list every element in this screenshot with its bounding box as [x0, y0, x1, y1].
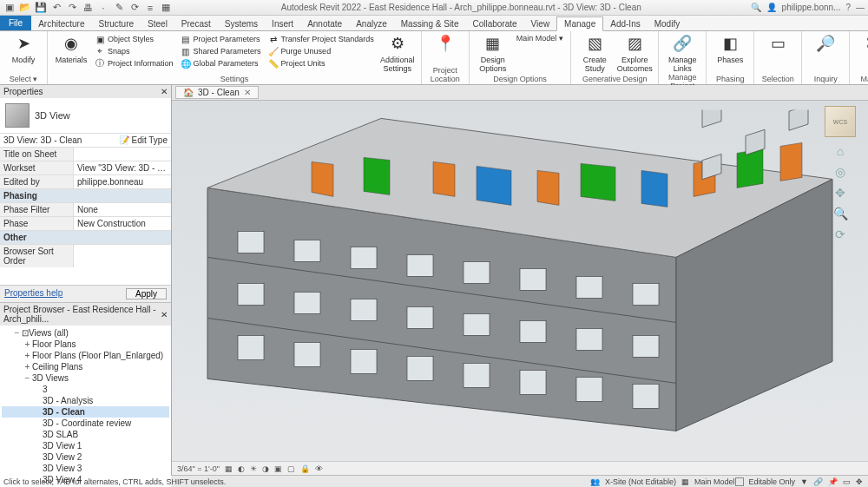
tab-structure[interactable]: Structure	[91, 17, 141, 30]
qat-icon[interactable]: ≡	[144, 2, 156, 14]
sun-icon[interactable]: ☀	[250, 464, 257, 473]
explore-outcomes-button[interactable]: ▨Explore Outcomes	[616, 33, 653, 73]
edit-type-button[interactable]: 📝 Edit Type	[119, 135, 168, 145]
project-params-button[interactable]: ▤Project Parameters	[179, 33, 263, 45]
main-model-status[interactable]: Main Model	[694, 477, 735, 486]
orbit-icon[interactable]: ⟳	[832, 227, 848, 243]
user-icon[interactable]: 👤	[766, 3, 777, 12]
save-icon[interactable]: 💾	[35, 2, 47, 14]
editable-only-checkbox[interactable]	[735, 477, 744, 486]
qat-icon[interactable]: ▦	[160, 2, 172, 14]
tab-manage[interactable]: Manage	[556, 16, 603, 31]
zoom-icon[interactable]: 🔍	[832, 207, 848, 222]
tab-annotate[interactable]: Annotate	[300, 17, 349, 30]
select-pinned-icon[interactable]: 📌	[828, 477, 838, 486]
crop-region-icon[interactable]: ▢	[287, 464, 295, 473]
tree-item[interactable]: +Ceiling Plans	[2, 361, 169, 372]
close-icon[interactable]: ✕	[161, 87, 168, 96]
tab-architecture[interactable]: Architecture	[31, 17, 91, 30]
tree-root[interactable]: −⊡ Views (all)	[2, 327, 169, 339]
tree-item[interactable]: 3D - Analysis	[2, 395, 169, 406]
main-model-select[interactable]: Main Model ▾	[515, 33, 566, 43]
tab-modify[interactable]: Modify	[648, 17, 687, 30]
tab-steel[interactable]: Steel	[141, 17, 174, 30]
additional-settings-button[interactable]: ⚙Additional Settings	[379, 33, 416, 73]
units-button[interactable]: 📏Project Units	[266, 57, 376, 69]
design-options-button[interactable]: ▦Design Options	[475, 33, 511, 73]
detail-level-icon[interactable]: ▦	[225, 464, 233, 473]
filter-icon[interactable]: ▼	[800, 477, 808, 486]
active-workset[interactable]: X-Site (Not Editable)	[605, 477, 676, 486]
tab-collaborate[interactable]: Collaborate	[465, 17, 523, 30]
view-cube[interactable]: WCS	[825, 106, 856, 137]
crop-icon[interactable]: ▣	[274, 464, 282, 473]
tree-item[interactable]: 3D SLAB	[2, 429, 169, 440]
tree-item[interactable]: +Floor Plans (Floor Plan_Enlarged)	[2, 350, 169, 361]
phases-button[interactable]: ◧Phases	[712, 33, 748, 64]
purge-button[interactable]: 🧹Purge Unused	[266, 45, 376, 57]
tab-analyze[interactable]: Analyze	[349, 17, 394, 30]
qat-icon[interactable]: ⟳	[128, 2, 141, 14]
modify-button[interactable]: ➤Modify	[5, 33, 42, 64]
tab-precast[interactable]: Precast	[174, 17, 218, 30]
steering-wheel-icon[interactable]: ◎	[832, 165, 848, 181]
scale-selector[interactable]: 3/64" = 1'-0"	[177, 464, 220, 473]
materials-button[interactable]: ◉Materials	[53, 33, 89, 64]
manage-links-button[interactable]: 🔗Manage Links	[664, 33, 700, 73]
select-links-icon[interactable]: 🔗	[813, 477, 823, 486]
global-params-button[interactable]: 🌐Global Parameters	[179, 57, 263, 69]
apply-button[interactable]: Apply	[126, 288, 167, 299]
select-face-icon[interactable]: ▭	[843, 477, 851, 486]
tree-item[interactable]: 3	[2, 384, 169, 395]
shadows-icon[interactable]: ◑	[262, 464, 269, 473]
print-icon[interactable]: 🖶	[82, 2, 94, 14]
view-type-label[interactable]: 3D View	[35, 110, 70, 121]
help-icon[interactable]: ?	[845, 3, 851, 12]
group-select[interactable]: Select ▾	[5, 75, 42, 84]
close-icon[interactable]: ✕	[161, 310, 168, 319]
search-icon[interactable]: 🔍	[751, 3, 761, 12]
tree-item[interactable]: +Floor Plans	[2, 339, 169, 350]
create-study-button[interactable]: ▧Create Study	[576, 33, 613, 73]
home-icon[interactable]: ⌂	[832, 144, 848, 160]
selection-button[interactable]: ▭	[760, 33, 796, 54]
model-icon[interactable]: ▦	[681, 477, 689, 486]
user-name[interactable]: philippe.bonn...	[782, 3, 841, 12]
3d-viewport[interactable]: WCS ⌂ ◎ ✥ 🔍 ⟳	[172, 101, 868, 461]
tree-item[interactable]: 3D - Coordinate review	[2, 418, 169, 429]
reveal-icon[interactable]: 👁	[315, 464, 323, 473]
undo-icon[interactable]: ↶	[50, 2, 62, 14]
lock-icon[interactable]: 🔒	[300, 464, 310, 473]
tree-item[interactable]: 3D View 1	[2, 440, 169, 451]
revit-icon[interactable]: ▣	[3, 2, 16, 14]
tab-file[interactable]: File	[0, 16, 31, 30]
tree-item[interactable]: −3D Views	[2, 372, 169, 384]
workset-icon[interactable]: 👥	[590, 477, 600, 486]
redo-icon[interactable]: ↷	[66, 2, 78, 14]
view-tab-3d-clean[interactable]: 🏠 3D - Clean ✕	[175, 86, 259, 99]
qat-icon[interactable]: ✎	[113, 2, 125, 14]
tree-item[interactable]: 3D - Clean	[2, 406, 169, 418]
macros-button[interactable]: ⌘	[855, 33, 868, 54]
properties-help-link[interactable]: Properties help	[4, 288, 62, 299]
tab-massing[interactable]: Massing & Site	[394, 17, 466, 30]
project-browser-tree[interactable]: −⊡ Views (all) +Floor Plans+Floor Plans …	[0, 326, 171, 487]
shared-params-button[interactable]: ▥Shared Parameters	[179, 45, 263, 57]
tab-view[interactable]: View	[524, 17, 557, 30]
pan-icon[interactable]: ✥	[832, 186, 848, 201]
open-icon[interactable]: 📂	[19, 2, 31, 14]
instance-selector[interactable]: 3D View: 3D - Clean	[3, 135, 82, 145]
visual-style-icon[interactable]: ◐	[238, 464, 245, 473]
tab-addins[interactable]: Add-Ins	[603, 17, 647, 30]
tree-item[interactable]: 3D View 3	[2, 463, 169, 474]
min-icon[interactable]: —	[856, 3, 865, 12]
tree-item[interactable]: 3D View 2	[2, 451, 169, 463]
tab-insert[interactable]: Insert	[265, 17, 300, 30]
location-button[interactable]: 📍	[427, 33, 464, 56]
close-icon[interactable]: ✕	[244, 88, 251, 97]
object-styles-button[interactable]: ▣Object Styles	[93, 33, 175, 45]
project-info-button[interactable]: ⓘProject Information	[93, 57, 175, 69]
tab-systems[interactable]: Systems	[218, 17, 265, 30]
inquiry-button[interactable]: 🔎	[807, 33, 844, 54]
drag-icon[interactable]: ✥	[856, 477, 863, 486]
